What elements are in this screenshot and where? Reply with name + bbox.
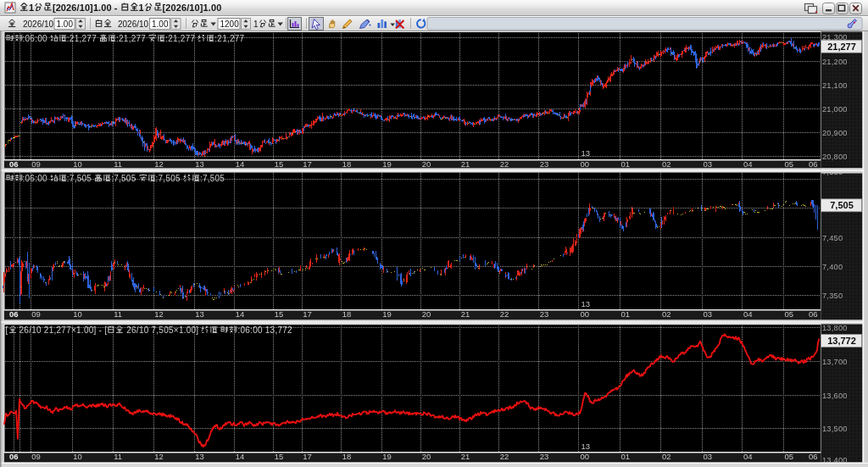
svg-text:23: 23 — [540, 309, 549, 319]
svg-text:09: 09 — [31, 309, 41, 319]
svg-text:1.00: 1.00 — [152, 19, 169, 29]
svg-text:13: 13 — [195, 309, 204, 319]
svg-text:13: 13 — [581, 148, 591, 158]
svg-text:06: 06 — [809, 309, 818, 319]
svg-text:13,600: 13,600 — [822, 392, 848, 400]
svg-text:14: 14 — [236, 452, 245, 461]
svg-text:2026/10: 2026/10 — [23, 19, 54, 29]
svg-text:00: 00 — [581, 452, 590, 461]
svg-text:7,400: 7,400 — [822, 263, 843, 271]
svg-text:22: 22 — [500, 159, 509, 169]
svg-text:21,277: 21,277 — [827, 42, 856, 52]
svg-text:09: 09 — [31, 159, 41, 169]
svg-text:05: 05 — [785, 452, 794, 461]
svg-text:21: 21 — [461, 452, 470, 461]
svg-text:06: 06 — [9, 159, 19, 169]
svg-text:21: 21 — [461, 159, 470, 169]
svg-text:06: 06 — [809, 159, 818, 169]
svg-text:04: 04 — [743, 452, 753, 461]
svg-text:10: 10 — [73, 159, 82, 169]
svg-text:01: 01 — [621, 159, 631, 169]
svg-text:04: 04 — [743, 309, 753, 319]
svg-text:13,772: 13,772 — [827, 336, 856, 346]
svg-text:15: 15 — [275, 309, 284, 319]
svg-text:7,450: 7,450 — [822, 234, 843, 242]
svg-text:13: 13 — [581, 299, 591, 309]
svg-text:02: 02 — [662, 309, 671, 319]
svg-text:11: 11 — [114, 309, 122, 319]
svg-text:05: 05 — [785, 309, 794, 319]
svg-text:18: 18 — [342, 309, 352, 319]
svg-text:20,800: 20,800 — [822, 153, 848, 161]
svg-text:22: 22 — [500, 309, 509, 319]
svg-text:02: 02 — [662, 452, 671, 461]
svg-text:13: 13 — [195, 452, 204, 461]
svg-text:15: 15 — [275, 159, 284, 169]
svg-text:00: 00 — [581, 309, 590, 319]
svg-text:01: 01 — [621, 309, 631, 319]
svg-text:03: 03 — [704, 452, 713, 461]
svg-text:09: 09 — [31, 452, 41, 461]
svg-text:06: 06 — [809, 452, 818, 461]
svg-text:02: 02 — [662, 159, 671, 169]
svg-text:21,100: 21,100 — [822, 81, 848, 90]
svg-text:20: 20 — [422, 309, 431, 319]
svg-text:7,505: 7,505 — [830, 200, 854, 210]
svg-text:18: 18 — [342, 452, 352, 461]
svg-text:12: 12 — [154, 452, 164, 461]
svg-text:06: 06 — [9, 309, 19, 319]
svg-text:19: 19 — [382, 452, 392, 461]
svg-text:1: 1 — [253, 19, 259, 29]
svg-text:17: 17 — [303, 452, 312, 461]
svg-text:03: 03 — [704, 309, 713, 319]
svg-text:23: 23 — [540, 452, 549, 461]
svg-text:20: 20 — [422, 452, 431, 461]
svg-text:15: 15 — [275, 452, 284, 461]
svg-text:18: 18 — [342, 159, 352, 169]
svg-text:05: 05 — [785, 159, 794, 169]
svg-text:13: 13 — [581, 442, 591, 451]
svg-text:14: 14 — [236, 159, 245, 169]
svg-text:19: 19 — [382, 309, 392, 319]
svg-text:13,700: 13,700 — [822, 358, 848, 366]
svg-text:7,350: 7,350 — [822, 292, 843, 300]
svg-text:21: 21 — [461, 309, 470, 319]
svg-text:21,000: 21,000 — [822, 105, 848, 114]
svg-text:11: 11 — [114, 159, 122, 169]
svg-text:12: 12 — [154, 309, 164, 319]
svg-text:13,500: 13,500 — [822, 425, 848, 433]
svg-text:06: 06 — [9, 452, 19, 461]
svg-text:13: 13 — [195, 159, 204, 169]
svg-text:20: 20 — [422, 159, 431, 169]
svg-text:11: 11 — [114, 452, 122, 461]
svg-text:13,800: 13,800 — [822, 324, 848, 332]
svg-text:21,200: 21,200 — [822, 58, 848, 66]
svg-text:19: 19 — [382, 159, 392, 169]
svg-text:22: 22 — [500, 452, 509, 461]
svg-text:1200: 1200 — [220, 19, 240, 29]
svg-text:17: 17 — [303, 159, 312, 169]
svg-text:12: 12 — [154, 159, 164, 169]
svg-text:01: 01 — [621, 452, 631, 461]
svg-text:17: 17 — [303, 309, 312, 319]
svg-text:20,900: 20,900 — [822, 129, 848, 137]
svg-text:2026/10: 2026/10 — [118, 19, 149, 29]
svg-text:10: 10 — [73, 309, 82, 319]
svg-text:04: 04 — [743, 159, 753, 169]
svg-text:03: 03 — [704, 159, 713, 169]
svg-text:14: 14 — [236, 309, 245, 319]
svg-text:10: 10 — [73, 452, 82, 461]
svg-text:1.00: 1.00 — [57, 19, 74, 29]
svg-text:23: 23 — [540, 159, 549, 169]
svg-text:00: 00 — [581, 159, 590, 169]
